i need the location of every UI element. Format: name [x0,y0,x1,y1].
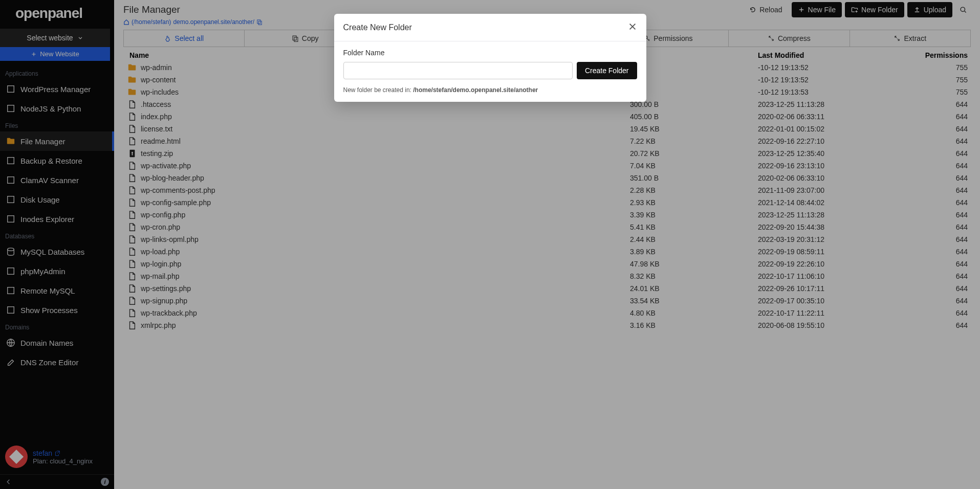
create-folder-submit[interactable]: Create Folder [577,62,637,79]
modal-overlay[interactable]: Create New Folder Folder Name Create Fol… [0,0,980,489]
close-icon [628,22,637,31]
create-folder-modal: Create New Folder Folder Name Create Fol… [334,14,646,102]
modal-hint: New folder be created in: /home/stefan/d… [343,86,637,94]
folder-name-input[interactable] [343,62,573,79]
modal-close-button[interactable] [628,22,637,33]
folder-name-label: Folder Name [343,49,637,57]
modal-title: Create New Folder [343,23,412,32]
